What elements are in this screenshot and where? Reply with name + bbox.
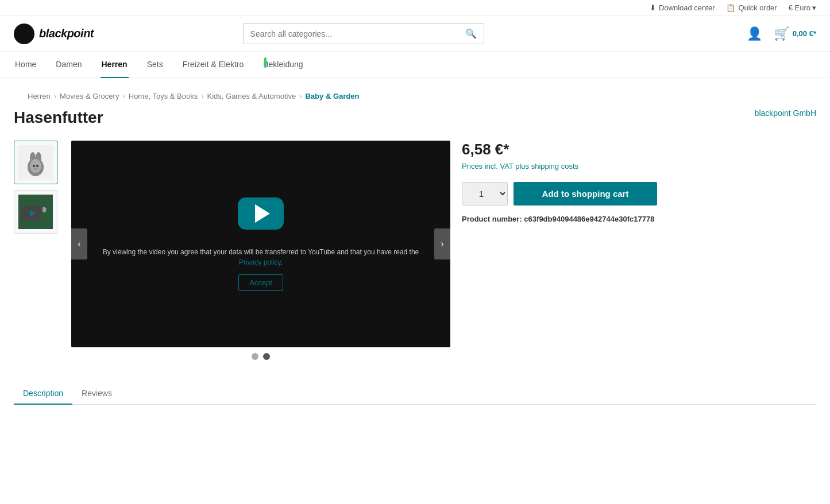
logo-text: blackpoint xyxy=(39,27,94,40)
price-note-text: Prices incl. VAT plus shipping costs xyxy=(462,162,578,170)
logo[interactable]: blackpoint xyxy=(14,24,106,44)
play-button[interactable] xyxy=(238,197,284,230)
privacy-policy-end: . xyxy=(281,258,283,266)
search-button[interactable]: 🔍 xyxy=(465,28,477,39)
svg-point-5 xyxy=(33,165,35,167)
product-number: Product number: c63f9db94094486e942744e3… xyxy=(462,215,657,223)
video-consent-text: By viewing the video you agree that your… xyxy=(103,248,419,256)
download-icon: ⬇ xyxy=(650,3,656,12)
product-area: ‹ › By viewing the video you agree that … xyxy=(14,141,816,360)
product-title: Hasenfutter xyxy=(14,108,103,127)
breadcrumb-herren[interactable]: Herren xyxy=(28,92,51,100)
thumbnail-1-image xyxy=(18,145,53,180)
top-bar: ⬇ Download center 📋 Quick order € Euro ▾ xyxy=(0,0,830,16)
seller-name[interactable]: blackpoint GmbH xyxy=(755,108,816,118)
search-area: 🔍 xyxy=(243,23,484,44)
media-prev-button[interactable]: ‹ xyxy=(71,228,87,259)
thumbnail-1[interactable] xyxy=(14,141,57,184)
search-input[interactable] xyxy=(250,29,465,38)
breadcrumb-home-toys[interactable]: Home, Toys & Books xyxy=(129,92,198,100)
breadcrumb-kids-games[interactable]: Kids, Games & Automotive xyxy=(207,92,296,100)
header-actions: 👤 🛒 0,00 €* xyxy=(747,26,816,41)
quick-order-label: Quick order xyxy=(738,3,777,12)
tab-description[interactable]: Description xyxy=(14,383,72,405)
cart-button[interactable]: 🛒 0,00 €* xyxy=(774,26,816,41)
breadcrumb-sep-4: › xyxy=(299,92,302,100)
product-tabs: Description Reviews xyxy=(14,383,816,405)
cart-amount: 0,00 €* xyxy=(793,29,816,38)
chevron-down-icon: ▾ xyxy=(812,3,816,12)
nav-item-herren[interactable]: Herren xyxy=(101,52,129,78)
logo-circle xyxy=(14,24,34,44)
breadcrumb-sep-3: › xyxy=(201,92,203,100)
nav-item-bekleidung[interactable]: Bekleidung xyxy=(262,52,304,78)
breadcrumb-sep-2: › xyxy=(122,92,125,100)
currency-label: € Euro xyxy=(789,3,810,12)
breadcrumb: Herren › Movies & Grocery › Home, Toys &… xyxy=(14,84,816,108)
nav-item-freizeit[interactable]: Freizeit & Elektro xyxy=(182,52,245,78)
product-title-row: Hasenfutter blackpoint GmbH xyxy=(14,108,816,127)
download-center-label: Download center xyxy=(659,3,715,12)
navigation: Home Damen Herren Sets Freizeit & Elektr… xyxy=(0,52,830,78)
privacy-policy-link[interactable]: Privacy policy xyxy=(239,258,280,266)
product-info-panel: 6,58 €* Prices incl. VAT plus shipping c… xyxy=(462,141,657,360)
media-next-button[interactable]: › xyxy=(434,228,450,259)
breadcrumb-movies-grocery[interactable]: Movies & Grocery xyxy=(60,92,119,100)
breadcrumb-current: Baby & Garden xyxy=(305,92,359,100)
thumbnail-2[interactable] xyxy=(14,190,57,234)
quick-order-icon: 📋 xyxy=(726,3,735,12)
account-icon: 👤 xyxy=(747,26,762,41)
currency-selector[interactable]: € Euro ▾ xyxy=(789,3,816,12)
svg-point-7 xyxy=(33,168,38,170)
cart-icon: 🛒 xyxy=(774,26,789,41)
nav-item-home[interactable]: Home xyxy=(14,52,37,78)
add-to-cart-button[interactable]: Add to shopping cart xyxy=(514,182,657,206)
tab-reviews[interactable]: Reviews xyxy=(72,383,121,405)
svg-point-6 xyxy=(36,165,38,167)
slide-indicators xyxy=(71,353,450,360)
video-consent-area: By viewing the video you agree that your… xyxy=(100,247,422,291)
nav-indicator xyxy=(264,57,267,68)
thumbnail-list xyxy=(14,141,60,360)
price-note[interactable]: Prices incl. VAT plus shipping costs xyxy=(462,162,657,170)
nav-item-damen[interactable]: Damen xyxy=(55,52,83,78)
main-media-area: ‹ › By viewing the video you agree that … xyxy=(71,141,450,360)
nav-item-sets[interactable]: Sets xyxy=(146,52,164,78)
accept-button[interactable]: Accept xyxy=(238,274,283,291)
slide-dot-2[interactable] xyxy=(263,353,270,360)
product-number-label: Product number: xyxy=(462,215,522,223)
quick-order-link[interactable]: 📋 Quick order xyxy=(726,3,777,12)
download-center-link[interactable]: ⬇ Download center xyxy=(650,3,715,12)
breadcrumb-sep-1: › xyxy=(54,92,56,100)
header: blackpoint 🔍 👤 🛒 0,00 €* xyxy=(0,16,830,52)
slide-dot-1[interactable] xyxy=(252,353,258,360)
product-price: 6,58 €* xyxy=(462,141,657,158)
play-icon xyxy=(255,204,270,223)
product-number-value: c63f9db94094486e942744e30fc17778 xyxy=(524,215,654,223)
account-button[interactable]: 👤 xyxy=(747,26,762,41)
svg-point-4 xyxy=(30,159,41,173)
video-container: ‹ › By viewing the video you agree that … xyxy=(71,141,450,347)
thumbnail-2-image xyxy=(18,195,53,229)
quantity-selector[interactable]: 1 2 3 4 5 xyxy=(462,182,508,206)
page-content: Herren › Movies & Grocery › Home, Toys &… xyxy=(0,78,830,428)
add-to-cart-row: 1 2 3 4 5 Add to shopping cart xyxy=(462,182,657,206)
